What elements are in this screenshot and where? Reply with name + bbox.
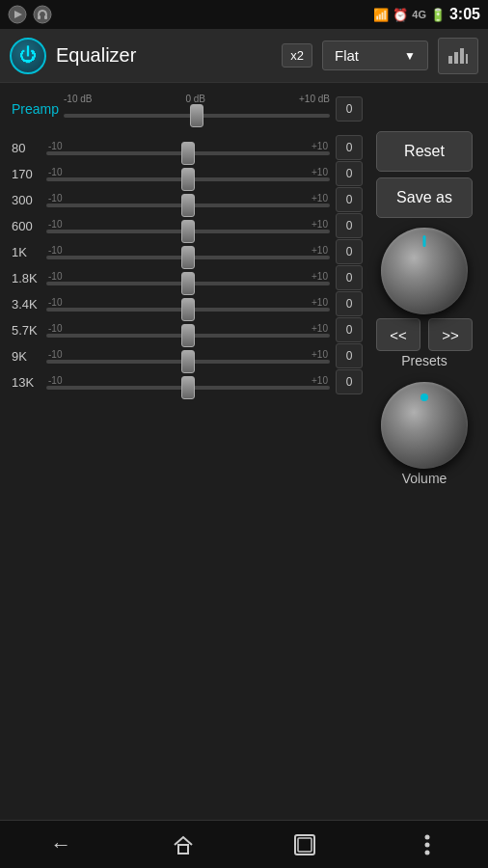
sliders-column: Preamp -10 dB 0 dB +10 dB 0 80 -10 0 +10 bbox=[12, 91, 363, 812]
headset-icon bbox=[33, 5, 52, 24]
band-slider-5.7K[interactable] bbox=[46, 334, 330, 338]
menu-icon bbox=[424, 833, 430, 856]
preamp-value: 0 bbox=[336, 96, 363, 122]
recents-button[interactable] bbox=[276, 821, 334, 869]
preamp-slider-wrap: -10 dB 0 dB +10 dB bbox=[64, 94, 330, 125]
band-row-1.8k: 1.8K -10 0 +10 0 bbox=[12, 265, 363, 290]
presets-knob[interactable] bbox=[381, 228, 468, 314]
band-slider-9K[interactable] bbox=[46, 360, 330, 364]
preset-value: Flat bbox=[335, 47, 359, 64]
band-row-600: 600 -10 0 +10 0 bbox=[12, 213, 363, 238]
band-slider-3.4K[interactable] bbox=[46, 308, 330, 312]
band-slider-13K[interactable] bbox=[46, 386, 330, 390]
svg-rect-11 bbox=[298, 838, 312, 852]
band-label-1K: 1K bbox=[12, 245, 46, 259]
presets-knob-container: << >> Presets bbox=[376, 228, 473, 368]
home-button[interactable] bbox=[154, 821, 212, 869]
preamp-slider[interactable] bbox=[64, 114, 330, 118]
svg-rect-8 bbox=[466, 54, 468, 64]
reset-button[interactable]: Reset bbox=[376, 131, 473, 172]
eq-bands: 80 -10 0 +10 0 170 -10 0 +10 0 300 -10 0 bbox=[12, 135, 363, 394]
status-right: 📶 ⏰ 4G 🔋 3:05 bbox=[373, 6, 480, 23]
band-slider-300[interactable] bbox=[46, 203, 330, 207]
preset-selector[interactable]: Flat ▼ bbox=[322, 41, 428, 70]
band-value-1.8K: 0 bbox=[336, 265, 363, 290]
band-value-1K: 0 bbox=[336, 239, 363, 264]
band-row-13k: 13K -10 0 +10 0 bbox=[12, 369, 363, 394]
app-title: Equalizer bbox=[56, 44, 272, 67]
battery-icon: 🔋 bbox=[430, 8, 446, 22]
preamp-scale-min: -10 dB bbox=[64, 94, 92, 104]
band-slider-1.8K[interactable] bbox=[46, 282, 330, 285]
nav-row: << >> bbox=[376, 318, 473, 351]
home-icon bbox=[171, 832, 196, 857]
band-label-80: 80 bbox=[12, 141, 46, 155]
band-row-3.4k: 3.4K -10 0 +10 0 bbox=[12, 291, 363, 316]
prev-preset-button[interactable]: << bbox=[376, 318, 420, 351]
band-row-300: 300 -10 0 +10 0 bbox=[12, 187, 363, 212]
svg-rect-7 bbox=[460, 48, 464, 64]
band-slider-wrap-1.8K: -10 0 +10 bbox=[46, 271, 330, 285]
band-label-1.8K: 1.8K bbox=[12, 271, 46, 285]
chart-button[interactable] bbox=[438, 38, 478, 74]
svg-rect-3 bbox=[38, 15, 41, 19]
band-slider-80[interactable] bbox=[46, 151, 330, 155]
band-slider-wrap-13K: -10 0 +10 bbox=[46, 375, 330, 390]
band-label-600: 600 bbox=[12, 219, 46, 233]
controls-column: Reset Save as << >> Presets Volume bbox=[372, 91, 476, 812]
main-content: Preamp -10 dB 0 dB +10 dB 0 80 -10 0 +10 bbox=[0, 83, 488, 820]
band-label-170: 170 bbox=[12, 167, 46, 181]
band-value-13K: 0 bbox=[336, 369, 363, 394]
x2-badge[interactable]: x2 bbox=[282, 43, 312, 68]
volume-knob-indicator bbox=[420, 393, 428, 401]
band-value-3.4K: 0 bbox=[336, 291, 363, 316]
signal-icon: 📶 bbox=[373, 8, 389, 22]
band-label-5.7K: 5.7K bbox=[12, 323, 46, 338]
band-slider-wrap-1K: -10 0 +10 bbox=[46, 245, 330, 259]
band-slider-wrap-170: -10 0 +10 bbox=[46, 167, 330, 181]
preamp-track bbox=[64, 106, 330, 125]
recents-icon bbox=[292, 832, 317, 857]
svg-rect-5 bbox=[448, 56, 452, 64]
presets-label: Presets bbox=[401, 353, 447, 368]
play-icon bbox=[8, 5, 27, 24]
band-slider-600[interactable] bbox=[46, 230, 330, 233]
band-row-5.7k: 5.7K -10 0 +10 0 bbox=[12, 317, 363, 342]
save-as-button[interactable]: Save as bbox=[376, 177, 473, 218]
preamp-scale: -10 dB 0 dB +10 dB bbox=[64, 94, 330, 104]
chart-icon bbox=[447, 44, 470, 68]
dropdown-arrow-icon: ▼ bbox=[404, 49, 416, 63]
volume-knob[interactable] bbox=[381, 382, 468, 469]
band-slider-170[interactable] bbox=[46, 177, 330, 181]
next-preset-button[interactable]: >> bbox=[428, 318, 473, 351]
band-row-9k: 9K -10 0 +10 0 bbox=[12, 343, 363, 368]
svg-rect-6 bbox=[454, 52, 458, 64]
band-row-80: 80 -10 0 +10 0 bbox=[12, 135, 363, 160]
band-value-5.7K: 0 bbox=[336, 317, 363, 342]
svg-point-12 bbox=[424, 834, 429, 839]
band-label-9K: 9K bbox=[12, 349, 46, 364]
status-icons bbox=[8, 5, 52, 24]
menu-button[interactable] bbox=[398, 821, 456, 869]
band-label-300: 300 bbox=[12, 193, 46, 207]
preamp-scale-center: 0 dB bbox=[185, 94, 205, 104]
svg-point-13 bbox=[424, 842, 429, 847]
band-label-13K: 13K bbox=[12, 375, 46, 390]
band-row-170: 170 -10 0 +10 0 bbox=[12, 161, 363, 186]
presets-knob-indicator bbox=[423, 235, 426, 247]
band-slider-wrap-3.4K: -10 0 +10 bbox=[46, 297, 330, 312]
preamp-label: Preamp bbox=[12, 101, 64, 117]
band-value-80: 0 bbox=[336, 135, 363, 160]
band-value-300: 0 bbox=[336, 187, 363, 212]
band-slider-wrap-600: -10 0 +10 bbox=[46, 219, 330, 233]
svg-point-2 bbox=[34, 6, 51, 23]
back-button[interactable]: ← bbox=[32, 821, 90, 869]
back-icon: ← bbox=[50, 832, 71, 857]
power-button[interactable] bbox=[10, 38, 46, 74]
svg-rect-9 bbox=[178, 845, 188, 854]
band-value-9K: 0 bbox=[336, 343, 363, 368]
nav-bar: ← bbox=[0, 820, 488, 868]
band-slider-wrap-300: -10 0 +10 bbox=[46, 193, 330, 207]
header: Equalizer x2 Flat ▼ bbox=[0, 29, 488, 83]
band-slider-1K[interactable] bbox=[46, 256, 330, 259]
